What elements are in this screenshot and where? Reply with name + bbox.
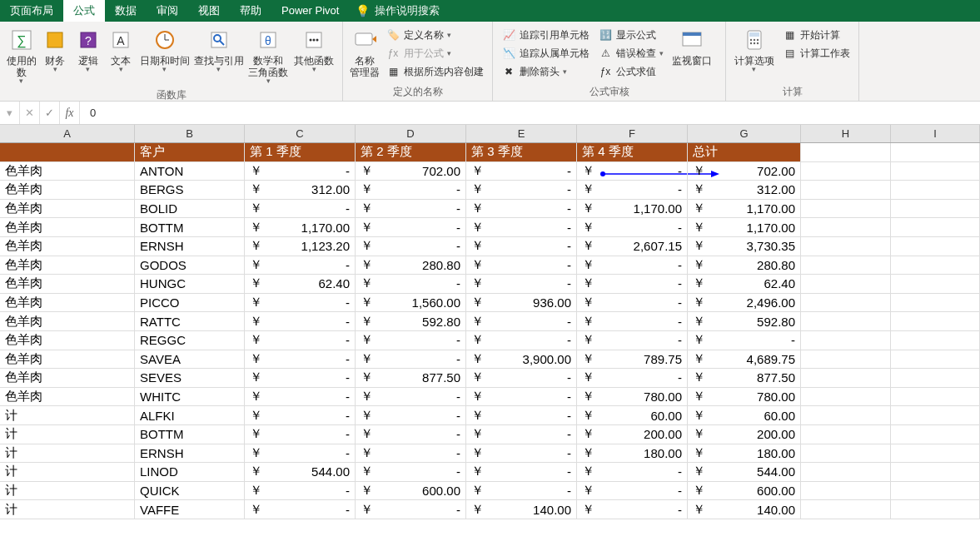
tell-me-search[interactable]: 💡 操作说明搜索 [356,3,440,18]
calculate-sheet-button[interactable]: ▤ 计算工作表 [782,45,850,62]
cell[interactable]: 色羊肉 [0,200,135,218]
cell[interactable]: ￥3,730.35 [688,237,801,256]
cell[interactable]: HUNGC [135,275,245,293]
cell[interactable]: ￥- [577,256,688,275]
cell[interactable] [891,312,980,330]
cell[interactable]: BOTTM [135,218,245,236]
cell[interactable]: ￥200.00 [688,425,801,444]
cell[interactable] [891,444,980,463]
text-button[interactable]: A 文本 ▾ [106,25,137,75]
cell[interactable]: ￥- [245,312,356,330]
cell[interactable] [891,463,980,481]
cell[interactable]: 色羊肉 [0,369,135,387]
cell[interactable]: 色羊肉 [0,331,135,350]
header-cell[interactable]: 第 2 季度 [356,143,466,161]
cell[interactable] [801,406,891,424]
cell[interactable]: ￥- [245,200,356,218]
cell[interactable] [891,406,980,424]
col-header-C[interactable]: C [245,125,356,142]
cell[interactable] [891,143,980,161]
cell[interactable]: ￥- [245,256,356,275]
cell[interactable]: 色羊肉 [0,350,135,369]
cell[interactable]: ￥780.00 [577,388,688,406]
cell[interactable]: ￥1,170.00 [577,200,688,218]
tab-data[interactable]: 数据 [105,0,147,22]
cell[interactable]: ￥- [245,444,356,463]
cell[interactable]: ￥- [466,256,577,275]
cell[interactable]: ￥- [577,463,688,481]
cell[interactable]: 色羊肉 [0,256,135,275]
cell[interactable]: ￥62.40 [688,275,801,293]
cell[interactable]: ￥3,900.00 [466,350,577,369]
cell[interactable]: ￥- [356,350,466,369]
cell[interactable]: 计 [0,406,135,424]
name-manager-button[interactable]: 名称 管理器 [348,25,381,80]
cell[interactable]: ￥- [466,200,577,218]
cell[interactable]: ANTON [135,162,245,181]
trace-dependents-button[interactable]: 📉 追踪从属单元格 [501,45,589,62]
cell[interactable]: ￥- [356,425,466,444]
insert-function-button[interactable]: fx [60,102,80,124]
cell[interactable]: ￥- [466,463,577,481]
cell[interactable]: ￥- [577,181,688,199]
cell[interactable]: ALFKI [135,406,245,424]
cell[interactable]: PICCO [135,294,245,312]
enter-button[interactable]: ✓ [40,102,60,124]
cell[interactable] [801,275,891,293]
cell[interactable]: ￥600.00 [356,482,466,500]
cell[interactable]: 色羊肉 [0,218,135,236]
col-header-D[interactable]: D [356,125,466,142]
cell[interactable]: ￥- [356,237,466,256]
col-header-E[interactable]: E [466,125,577,142]
cell[interactable] [801,369,891,387]
cell[interactable] [801,294,891,312]
cell[interactable]: ￥- [466,237,577,256]
namebox-dropdown[interactable]: ▾ [0,102,20,124]
cell[interactable]: ￥4,689.75 [688,350,801,369]
datetime-button[interactable]: 日期和时间 ▾ [138,25,191,75]
cell[interactable]: 计 [0,444,135,463]
cell[interactable]: ￥280.80 [688,256,801,275]
cell[interactable]: ￥312.00 [245,181,356,199]
cell[interactable]: ￥- [577,482,688,500]
cell[interactable] [801,500,891,519]
cell[interactable]: ￥- [245,388,356,406]
cell[interactable]: ￥- [466,388,577,406]
cell[interactable]: 色羊肉 [0,294,135,312]
cell[interactable]: ￥- [466,369,577,387]
header-cell[interactable]: 总计 [688,143,801,161]
cell[interactable] [801,181,891,199]
error-checking-button[interactable]: ⚠ 错误检查 ▾ [598,45,664,62]
cell[interactable] [801,162,891,181]
cell[interactable]: ￥702.00 [356,162,466,181]
cell[interactable]: 色羊肉 [0,388,135,406]
cell[interactable]: RATTC [135,312,245,330]
cell[interactable]: BOLID [135,200,245,218]
calculation-options-button[interactable]: 计算选项 ▾ [731,25,777,75]
cell[interactable] [801,350,891,369]
cell[interactable]: ￥- [466,331,577,350]
cell[interactable]: ￥60.00 [577,406,688,424]
cell[interactable] [891,331,980,350]
cell[interactable]: ￥- [577,294,688,312]
cell[interactable]: ￥- [577,331,688,350]
col-header-A[interactable]: A [0,125,135,142]
cell[interactable]: ￥- [245,162,356,181]
cell[interactable]: ￥200.00 [577,425,688,444]
cell[interactable]: ￥877.50 [356,369,466,387]
cell[interactable] [891,482,980,500]
cell[interactable]: 色羊肉 [0,275,135,293]
cell[interactable]: ￥1,123.20 [245,237,356,256]
cell[interactable]: ￥- [466,444,577,463]
cell[interactable] [801,237,891,256]
cell[interactable]: ERNSH [135,444,245,463]
cell[interactable]: ￥- [356,500,466,519]
header-cell[interactable]: 第 1 季度 [245,143,356,161]
cell[interactable]: ￥- [577,162,688,181]
evaluate-formula-button[interactable]: ƒx 公式求值 [598,63,664,80]
cell[interactable]: ￥180.00 [577,444,688,463]
cell[interactable] [801,444,891,463]
cell[interactable]: ￥- [466,162,577,181]
calculate-now-button[interactable]: ▦ 开始计算 [782,27,850,43]
cell[interactable] [891,425,980,444]
